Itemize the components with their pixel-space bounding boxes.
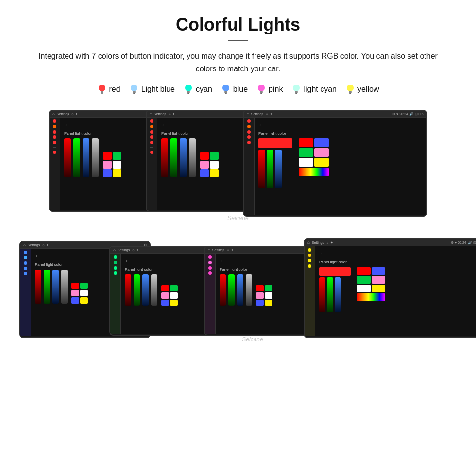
- svg-rect-18: [260, 91, 263, 93]
- sidebar-dot-red: [53, 119, 56, 123]
- swatchb4-y: [372, 285, 385, 292]
- svg-rect-6: [133, 91, 136, 93]
- swatch-y1: [113, 169, 121, 177]
- svg-rect-22: [295, 91, 298, 93]
- swatch3-w: [299, 158, 313, 167]
- sb2-dot3: [114, 266, 117, 270]
- sliderb1-red: [35, 270, 41, 304]
- sidebar-dot2-4: [150, 135, 153, 139]
- back-row-3: ←: [258, 121, 423, 128]
- slider3-blue: [275, 150, 282, 188]
- color-item-yellow: yellow: [345, 84, 379, 95]
- sb1-dot4: [24, 267, 27, 270]
- svg-rect-10: [187, 91, 190, 93]
- settings-bar-b4: ⌂ Settings ☼ ✦ ⚙ ♥ 20:24🔊 ⊡ □ ○: [305, 239, 476, 246]
- sidebar-b3: [205, 254, 216, 334]
- sidebar-dot3-5: [247, 141, 251, 144]
- swatchb4-g: [357, 276, 371, 284]
- svg-point-13: [222, 85, 229, 91]
- sb3-dot1: [208, 255, 212, 259]
- color-item-lightcyan: light cyan: [291, 84, 337, 95]
- sliderb1-green: [44, 270, 50, 304]
- lightblue-bulb-icon: [129, 84, 139, 95]
- sidebar-1: [50, 118, 60, 210]
- svg-rect-2: [101, 91, 103, 93]
- sb3-dot3: [208, 266, 212, 270]
- sliderb1-blue: [52, 270, 59, 304]
- device-content-b4: ← Panel light color: [315, 246, 476, 336]
- swatchb1-w: [80, 290, 88, 296]
- swatchb1-r: [71, 283, 79, 289]
- slider-green-1: [73, 138, 80, 177]
- sliderb3-white: [246, 274, 252, 306]
- sidebar-divider: [53, 147, 56, 148]
- svg-rect-14: [224, 91, 227, 93]
- sliderb2-white: [151, 274, 157, 306]
- slider-red-2: [161, 138, 168, 177]
- sidebar-dot3-1: [247, 119, 251, 123]
- color-label-lightcyan: light cyan: [304, 85, 337, 94]
- svg-rect-27: [349, 93, 351, 94]
- slider-blue-2: [180, 138, 187, 177]
- sidebar-b1: [20, 249, 31, 336]
- back-arrow-2: ←: [161, 121, 167, 128]
- sb4-dot1: [308, 248, 311, 252]
- color-label-yellow: yellow: [357, 85, 379, 94]
- swatchb1-y: [80, 297, 88, 304]
- red-bulb-icon: [97, 84, 107, 95]
- back-row-b4: ←: [319, 250, 476, 257]
- sidebar-divider-2: [150, 147, 153, 148]
- swatchb1-g: [80, 283, 88, 289]
- sb1-dot3: [24, 261, 27, 265]
- sidebar-dot-red3: [53, 135, 56, 139]
- svg-rect-7: [133, 93, 135, 94]
- back-arrow-1: ←: [64, 121, 70, 128]
- device-screen-3: ← Panel light color: [244, 118, 426, 215]
- swatchb1-p: [71, 290, 79, 296]
- slider3-red: [258, 150, 265, 188]
- svg-point-5: [131, 85, 137, 91]
- sidebar-3: [244, 118, 255, 215]
- swatchb3-w: [265, 292, 272, 299]
- sb3-dot4: [208, 271, 212, 275]
- sidebar-b4: [305, 246, 315, 336]
- color-label-lightblue: Light blue: [141, 85, 175, 94]
- settings-bar-3: ⌂ Settings ☼ ✦ ⚙ ♥ 20:24🔊 ⊡ □ ○: [244, 111, 426, 118]
- sb1-dot5: [24, 272, 27, 275]
- svg-point-9: [185, 85, 192, 91]
- sb1-dot2: [24, 256, 27, 259]
- swatch-b1: [103, 169, 112, 177]
- swatchb3-b: [256, 300, 264, 306]
- swatchb2-w: [170, 292, 178, 299]
- svg-point-25: [347, 85, 354, 91]
- swatch2-w: [210, 161, 219, 169]
- back-arrow-b4: ←: [319, 250, 325, 257]
- sb3-dot2: [208, 261, 212, 264]
- back-arrow-b3: ←: [220, 257, 225, 264]
- swatchb2-p: [161, 292, 169, 299]
- sliderb2-red: [125, 274, 131, 306]
- swatch2-b: [200, 169, 209, 177]
- svg-rect-3: [101, 93, 103, 94]
- back-arrow-b1: ←: [35, 253, 41, 259]
- swatchb2-b: [161, 300, 169, 306]
- sliderb4-red: [319, 277, 325, 312]
- svg-point-1: [99, 85, 105, 91]
- page-container: Colorful Lights Integrated with 7 colors…: [0, 0, 476, 357]
- swatch2-r: [200, 152, 209, 160]
- sliderb3-red: [220, 274, 226, 306]
- cyan-bulb-icon: [184, 84, 193, 95]
- sb2-dot4: [114, 271, 117, 275]
- sb4-dot2: [308, 254, 311, 257]
- sb4-dot3: [308, 259, 311, 262]
- sb2-dot1: [114, 255, 117, 259]
- swatchb4-rainbow: [357, 293, 385, 301]
- sidebar-dot2-5: [150, 141, 153, 144]
- swatchb4-r: [357, 267, 371, 275]
- color-item-red: red: [97, 84, 120, 95]
- swatchb4-b: [372, 267, 385, 275]
- slider-green-2: [170, 138, 177, 177]
- sidebar-dot-red5: [53, 151, 56, 154]
- swatch-g1: [113, 152, 121, 160]
- swatch3-rainbow: [299, 168, 329, 176]
